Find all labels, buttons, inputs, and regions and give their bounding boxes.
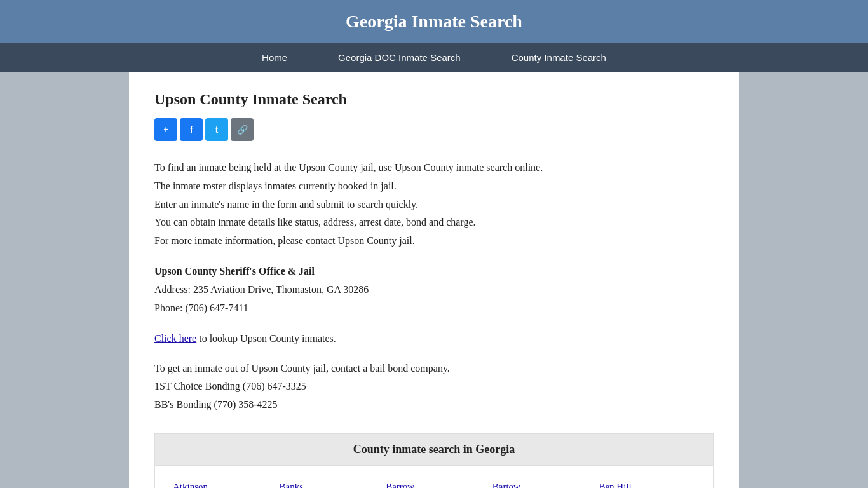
sheriff-address: Address: 235 Aviation Drive, Thomaston, … — [154, 281, 714, 299]
main-nav: Home Georgia DOC Inmate Search County In… — [0, 43, 868, 72]
bail-section: To get an inmate out of Upson County jai… — [154, 360, 714, 414]
lookup-link[interactable]: Click here — [154, 333, 196, 344]
bail-company1: 1ST Choice Bonding (706) 647-3325 — [154, 377, 714, 396]
sheriff-details: Address: 235 Aviation Drive, Thomaston, … — [154, 281, 714, 318]
bail-company2: BB's Bonding (770) 358-4225 — [154, 396, 714, 414]
description-section: To find an inmate being held at the Upso… — [154, 159, 714, 250]
sheriff-section: Upson County Sheriff's Office & Jail Add… — [154, 266, 714, 318]
lookup-section: Click here to lookup Upson County inmate… — [154, 333, 714, 344]
bail-intro: To get an inmate out of Upson County jai… — [154, 360, 714, 378]
desc-line4: You can obtain inmate details like statu… — [154, 214, 714, 232]
county-grid: AtkinsonBanksBarrowBartowBen HillBerrien… — [155, 466, 713, 488]
content-area: Upson County Inmate Search + f t 🔗 To fi… — [129, 72, 739, 488]
facebook-button[interactable]: f — [180, 118, 203, 141]
share-icon: + — [163, 125, 168, 134]
lookup-after-text: to lookup Upson County inmates. — [196, 333, 336, 344]
twitter-button[interactable]: t — [205, 118, 228, 141]
social-share-bar: + f t 🔗 — [154, 118, 714, 141]
desc-line2: The inmate roster displays inmates curre… — [154, 177, 714, 196]
twitter-icon: t — [215, 125, 219, 135]
county-link[interactable]: Barrow — [381, 476, 487, 488]
nav-home[interactable]: Home — [236, 43, 313, 72]
desc-line3: Enter an inmate's name in the form and s… — [154, 196, 714, 214]
address-value: 235 Aviation Drive, Thomaston, GA 30286 — [193, 284, 369, 295]
sheriff-title: Upson County Sheriff's Office & Jail — [154, 266, 714, 277]
phone-label: Phone: — [154, 302, 185, 313]
county-search-header: County inmate search in Georgia — [155, 434, 713, 466]
site-title: Georgia Inmate Search — [13, 11, 855, 32]
address-label: Address: — [154, 284, 193, 295]
county-link[interactable]: Banks — [275, 476, 381, 488]
nav-doc-search[interactable]: Georgia DOC Inmate Search — [313, 43, 486, 72]
link-icon: 🔗 — [237, 125, 248, 135]
site-header: Georgia Inmate Search — [0, 0, 868, 43]
copy-link-button[interactable]: 🔗 — [231, 118, 254, 141]
county-link[interactable]: Atkinson — [168, 476, 275, 488]
nav-county-search[interactable]: County Inmate Search — [486, 43, 632, 72]
desc-line5: For more inmate information, please cont… — [154, 232, 714, 250]
county-link[interactable]: Ben Hill — [593, 476, 700, 488]
facebook-icon: f — [190, 125, 193, 135]
page-title: Upson County Inmate Search — [154, 91, 714, 108]
desc-line1: To find an inmate being held at the Upso… — [154, 159, 714, 177]
share-button[interactable]: + — [154, 118, 177, 141]
county-search-section: County inmate search in Georgia Atkinson… — [154, 433, 714, 488]
sheriff-phone: Phone: (706) 647-7411 — [154, 299, 714, 318]
county-link[interactable]: Bartow — [487, 476, 594, 488]
phone-value: (706) 647-7411 — [185, 302, 248, 313]
